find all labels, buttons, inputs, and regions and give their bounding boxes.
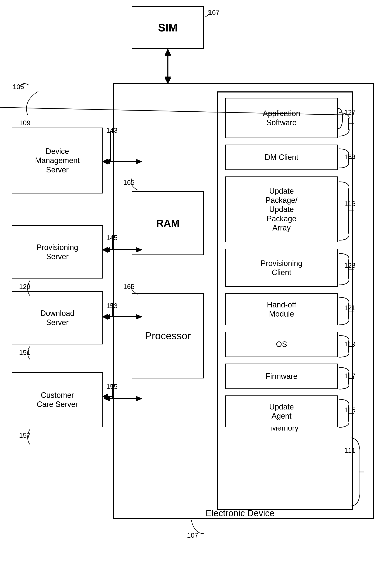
ref-107: 107: [187, 531, 198, 539]
provisioning-client-box: ProvisioningClient: [225, 249, 338, 287]
processor-ref: 166: [123, 283, 135, 291]
svg-marker-5: [165, 76, 171, 83]
ref-115: 115: [344, 406, 355, 414]
ref-121: 121: [344, 304, 355, 312]
ref-151: 151: [19, 349, 30, 357]
ref-119: 119: [344, 340, 355, 348]
ref-155: 155: [106, 383, 117, 391]
application-software-box: ApplicationSoftware: [225, 98, 338, 138]
svg-marker-23: [165, 49, 171, 55]
ref-116: 116: [344, 200, 355, 208]
customer-care-server-box: CustomerCare Server: [12, 372, 103, 427]
svg-marker-27: [104, 159, 110, 164]
sim-ref: 167: [208, 9, 220, 16]
update-package-box: UpdatePackage/UpdatePackageArray: [225, 176, 338, 242]
svg-marker-30: [104, 247, 110, 252]
os-box: OS: [225, 332, 338, 357]
ref-143: 143: [106, 127, 117, 134]
ref-127: 127: [344, 108, 355, 116]
ref-145: 145: [106, 234, 117, 242]
ref-111: 111: [344, 446, 355, 454]
download-server-box: DownloadServer: [12, 291, 103, 344]
diagram: SIM 167 Electronic Device 107 105 RAM 16…: [0, 0, 392, 570]
ref-153: 153: [106, 302, 117, 310]
handoff-module-box: Hand-offModule: [225, 293, 338, 325]
svg-marker-33: [104, 314, 110, 319]
device-management-server-box: DeviceManagementServer: [12, 128, 103, 193]
sim-box: SIM: [132, 6, 204, 49]
update-agent-box: UpdateAgent: [225, 395, 338, 427]
dm-client-box: DM Client: [225, 145, 338, 170]
ref-157: 157: [19, 432, 30, 439]
ref-117: 117: [344, 372, 355, 380]
svg-marker-36: [104, 396, 110, 401]
ref-129: 129: [19, 283, 30, 291]
svg-marker-4: [165, 50, 171, 56]
ref-123: 123: [344, 262, 355, 269]
ref-109: 109: [19, 119, 30, 127]
ram-box: RAM: [132, 191, 204, 255]
ref-105: 105: [13, 83, 24, 91]
ref-163: 163: [344, 153, 355, 161]
ram-ref: 165: [123, 179, 135, 187]
firmware-box: Firmware: [225, 364, 338, 389]
processor-box: Processor: [132, 293, 204, 379]
provisioning-server-box: ProvisioningServer: [12, 225, 103, 278]
